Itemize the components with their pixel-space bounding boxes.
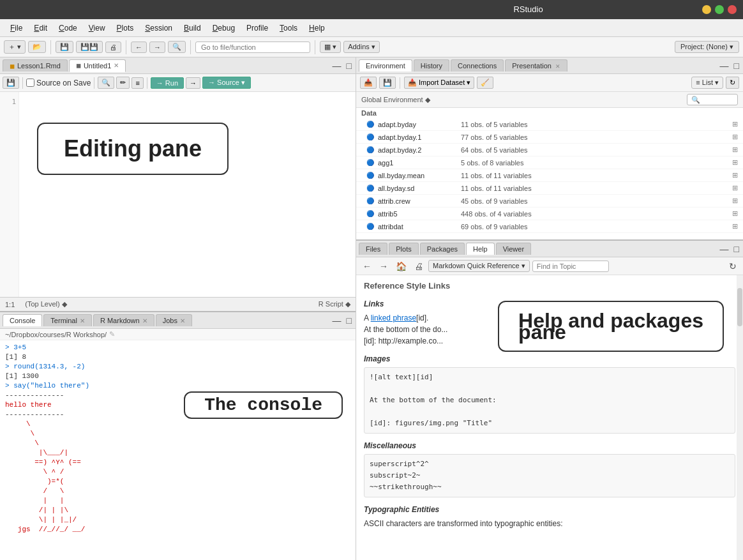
help-print-button[interactable]: 🖨 — [412, 260, 426, 273]
console-tab-jobs-close[interactable]: ✕ — [180, 317, 185, 324]
env-grid-icon-2[interactable]: ⊞ — [732, 133, 738, 141]
go-to-input[interactable] — [195, 42, 310, 53]
menu-debug[interactable]: Debug — [207, 22, 240, 34]
env-grid-icon-8[interactable]: ⊞ — [732, 209, 738, 218]
console-tab-rmarkdown-close[interactable]: ✕ — [142, 317, 147, 324]
close-button[interactable] — [728, 5, 737, 14]
env-row-adaptbyday[interactable]: 🔵 adapt.byday 11 obs. of 5 variables ⊞ — [356, 118, 743, 131]
env-row-allbydaysd[interactable]: 🔵 all.byday.sd 11 obs. of 11 variables ⊞ — [356, 182, 743, 195]
back-button[interactable]: ← — [131, 42, 147, 53]
help-minimize-button[interactable]: — — [719, 243, 730, 255]
console-tab-jobs[interactable]: Jobs ✕ — [156, 314, 192, 326]
env-save-btn[interactable]: 💾 — [379, 77, 396, 89]
env-import-dataset-btn[interactable]: 📥 Import Dataset ▾ — [404, 77, 474, 89]
menu-session[interactable]: Session — [140, 22, 177, 34]
menu-edit[interactable]: Edit — [29, 22, 52, 34]
env-grid-icon-7[interactable]: ⊞ — [732, 197, 738, 205]
menu-plots[interactable]: Plots — [112, 22, 139, 34]
maximize-button[interactable] — [715, 5, 724, 14]
help-tab-plots[interactable]: Plots — [389, 243, 418, 255]
help-typo-desc: ASCII characters are transformed into ty… — [364, 518, 735, 529]
minimize-button[interactable] — [702, 5, 711, 14]
env-row-attribcrew[interactable]: 🔵 attrib.crew 45 obs. of 9 variables ⊞ — [356, 195, 743, 208]
help-refresh-button[interactable]: ↻ — [726, 260, 739, 273]
env-tab-presentation-close[interactable]: ✕ — [555, 63, 560, 70]
open-file-button[interactable]: 📂 — [28, 41, 46, 53]
wand-btn[interactable]: ✏ — [116, 77, 130, 89]
menu-view[interactable]: View — [84, 22, 110, 34]
env-grid-icon-6[interactable]: ⊞ — [732, 184, 738, 192]
find-button[interactable]: 🔍 — [168, 41, 186, 53]
env-tab-presentation[interactable]: Presentation ✕ — [505, 59, 567, 72]
env-row-attribdat[interactable]: 🔵 attribdat 69 obs. of 9 variables ⊞ — [356, 220, 743, 233]
help-search-input[interactable] — [532, 261, 609, 272]
help-tab-packages[interactable]: Packages — [420, 243, 465, 255]
editor-save-btn[interactable]: 💾 — [3, 77, 19, 89]
search-btn[interactable]: 🔍 — [98, 77, 114, 89]
editor-tab-untitled1-close[interactable]: ✕ — [114, 62, 119, 69]
env-tab-connections[interactable]: Connections — [451, 59, 504, 72]
env-maximize-button[interactable]: □ — [733, 59, 740, 72]
help-tab-files[interactable]: Files — [359, 243, 387, 255]
console-tab-rmarkdown[interactable]: R Markdown ✕ — [93, 314, 154, 326]
source-button[interactable]: → Source ▾ — [202, 77, 251, 89]
env-tab-environment[interactable]: Environment — [359, 59, 412, 72]
menu-tools[interactable]: Tools — [274, 22, 303, 34]
env-grid-icon-5[interactable]: ⊞ — [732, 171, 738, 179]
env-row-agg1[interactable]: 🔵 agg1 5 obs. of 8 variables ⊞ — [356, 156, 743, 169]
console-minimize-button[interactable]: — — [331, 314, 343, 327]
editor-maximize-button[interactable]: □ — [345, 59, 353, 72]
editor-tab-lesson1[interactable]: ◼ Lesson1.Rmd — [3, 59, 68, 72]
help-forward-button[interactable]: → — [377, 260, 391, 273]
env-row-attrib5[interactable]: 🔵 attrib5 448 obs. of 4 variables ⊞ — [356, 208, 743, 220]
env-row-adaptbyday2[interactable]: 🔵 adapt.byday.2 64 obs. of 5 variables ⊞ — [356, 144, 743, 156]
env-import-btn[interactable]: 📥 — [360, 77, 377, 89]
env-row-adaptbyday1[interactable]: 🔵 adapt.byday.1 77 obs. of 5 variables ⊞ — [356, 131, 743, 144]
env-row-allbydaymean[interactable]: 🔵 all.byday.mean 11 obs. of 11 variables… — [356, 169, 743, 182]
menu-code[interactable]: Code — [54, 22, 82, 34]
run-next-btn[interactable]: → — [186, 77, 200, 89]
editor-tab-untitled1[interactable]: ◼ Untitled1 ✕ — [69, 59, 126, 72]
editor-minimize-button[interactable]: — — [331, 59, 343, 72]
save-all-button[interactable]: 💾💾 — [76, 41, 103, 53]
help-tab-help[interactable]: Help — [466, 243, 495, 255]
help-home-button[interactable]: 🏠 — [393, 260, 409, 273]
help-tab-viewer[interactable]: Viewer — [496, 243, 531, 255]
project-button[interactable]: Project: (None) ▾ — [675, 41, 739, 53]
console-maximize-button[interactable]: □ — [345, 314, 353, 327]
env-clear-btn[interactable]: 🧹 — [477, 77, 493, 89]
menu-help[interactable]: Help — [304, 22, 330, 34]
editor-body[interactable]: Editing pane — [19, 92, 356, 297]
console-body[interactable]: > 3+5 [1] 8 > round(1314.3, -2) [1] 1300… — [0, 340, 356, 560]
console-tab-terminal-close[interactable]: ✕ — [80, 317, 85, 324]
save-button[interactable]: 💾 — [56, 41, 73, 53]
menu-profile[interactable]: Profile — [241, 22, 273, 34]
compile-btn[interactable]: ≡ — [131, 77, 143, 89]
forward-button[interactable]: → — [149, 42, 165, 53]
run-button[interactable]: → Run — [151, 77, 184, 89]
grid-button[interactable]: ▦ ▾ — [320, 41, 341, 53]
env-grid-icon-1[interactable]: ⊞ — [732, 120, 738, 128]
env-grid-icon-4[interactable]: ⊞ — [732, 158, 738, 167]
env-minimize-button[interactable]: — — [719, 59, 730, 72]
menu-build[interactable]: Build — [179, 22, 206, 34]
console-tab-terminal[interactable]: Terminal ✕ — [43, 314, 92, 326]
addins-button[interactable]: Addins ▾ — [343, 41, 380, 53]
console-tab-console[interactable]: Console — [3, 314, 42, 326]
help-back-button[interactable]: ← — [360, 260, 374, 273]
new-file-button[interactable]: ＋ ▾ — [4, 40, 26, 54]
help-scrollbar[interactable] — [737, 275, 743, 560]
print-button[interactable]: 🖨 — [105, 42, 121, 53]
env-list-select[interactable]: ≡ List ▾ — [691, 77, 723, 89]
help-linked-phrase[interactable]: linked phrase — [371, 314, 416, 322]
help-scrollthumb[interactable] — [737, 288, 742, 326]
env-grid-icon-3[interactable]: ⊞ — [732, 146, 738, 154]
menu-file[interactable]: File — [5, 22, 27, 34]
env-search-input[interactable] — [687, 94, 738, 105]
env-refresh-btn[interactable]: ↻ — [726, 77, 739, 89]
help-nav-ref-select[interactable]: Markdown Quick Reference ▾ — [428, 260, 530, 272]
source-on-save-checkbox[interactable] — [26, 79, 34, 87]
env-tab-history[interactable]: History — [414, 59, 449, 72]
help-maximize-button[interactable]: □ — [733, 243, 740, 255]
env-grid-icon-9[interactable]: ⊞ — [732, 222, 738, 231]
